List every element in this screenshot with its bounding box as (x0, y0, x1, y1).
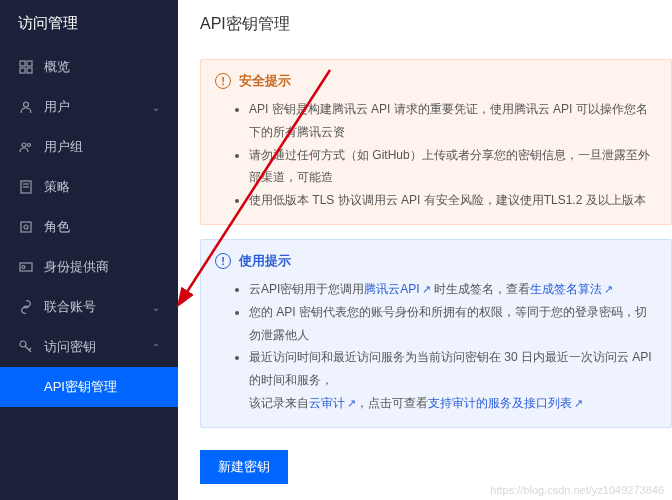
sidebar-item-label: 概览 (44, 58, 160, 76)
main-content: API密钥管理 ! 安全提示 API 密钥是构建腾讯云 API 请求的重要凭证，… (178, 0, 672, 500)
sidebar-item-idp[interactable]: 身份提供商 (0, 247, 178, 287)
svg-rect-0 (20, 61, 25, 66)
sidebar-item-label: 用户组 (44, 138, 160, 156)
alert-bullet: 请勿通过任何方式（如 GitHub）上传或者分享您的密钥信息，一旦泄露至外部渠道… (249, 144, 657, 190)
role-icon (18, 219, 34, 235)
sidebar-item-label: 联合账号 (44, 298, 152, 316)
info-icon: ! (215, 253, 231, 269)
external-link-icon: ↗ (347, 397, 356, 409)
svg-rect-10 (21, 222, 31, 232)
alert-bullet: 您的 API 密钥代表您的账号身份和所拥有的权限，等同于您的登录密码，切勿泄露他… (249, 301, 657, 347)
sidebar-item-overview[interactable]: 概览 (0, 47, 178, 87)
svg-line-16 (29, 348, 31, 350)
alert-title: ! 使用提示 (215, 252, 657, 270)
sidebar-item-policy[interactable]: 策略 (0, 167, 178, 207)
user-icon (18, 99, 34, 115)
svg-rect-1 (27, 61, 32, 66)
key-icon (18, 339, 34, 355)
sidebar-item-label: 角色 (44, 218, 160, 236)
chevron-down-icon: ⌄ (152, 302, 160, 313)
svg-point-5 (22, 143, 26, 147)
warning-icon: ! (215, 73, 231, 89)
svg-rect-3 (27, 68, 32, 73)
create-key-button[interactable]: 新建密钥 (200, 450, 288, 484)
alert-bullet: API 密钥是构建腾讯云 API 请求的重要凭证，使用腾讯云 API 可以操作您… (249, 98, 657, 144)
svg-point-4 (24, 102, 29, 107)
overview-icon (18, 59, 34, 75)
chevron-down-icon: ⌄ (152, 102, 160, 113)
alert-usage: ! 使用提示 云API密钥用于您调用腾讯云API↗ 时生成签名，查看生成签名算法… (200, 239, 672, 428)
sidebar-item-label: API密钥管理 (44, 379, 117, 394)
sidebar-item-role[interactable]: 角色 (0, 207, 178, 247)
link-signature-algo[interactable]: 生成签名算法 (530, 282, 602, 296)
alert-bullet: 使用低版本 TLS 协议调用云 API 有安全风险，建议使用TLS1.2 及以上… (249, 189, 657, 212)
alert-bullet: 最近访问时间和最近访问服务为当前访问密钥在 30 日内最近一次访问云 API 的… (249, 346, 657, 414)
svg-point-11 (24, 225, 28, 229)
sidebar-item-accesskey[interactable]: 访问密钥 ⌃ (0, 327, 178, 367)
sidebar-item-user[interactable]: 用户 ⌄ (0, 87, 178, 127)
sidebar: 访问管理 概览 用户 ⌄ 用户组 策略 角色 (0, 0, 178, 500)
sidebar-item-fedacct[interactable]: 联合账号 ⌄ (0, 287, 178, 327)
sidebar-item-api-key-mgmt[interactable]: API密钥管理 (0, 367, 178, 407)
idcard-icon (18, 259, 34, 275)
watermark: https://blog.csdn.net/yz1049273846 (490, 484, 664, 496)
svg-rect-2 (20, 68, 25, 73)
sidebar-title: 访问管理 (0, 0, 178, 47)
external-link-icon: ↗ (422, 283, 431, 295)
page-title: API密钥管理 (200, 14, 672, 35)
sidebar-item-label: 用户 (44, 98, 152, 116)
sidebar-item-label: 策略 (44, 178, 160, 196)
chevron-up-icon: ⌃ (152, 342, 160, 353)
users-icon (18, 139, 34, 155)
svg-point-6 (28, 144, 31, 147)
sidebar-item-label: 访问密钥 (44, 338, 152, 356)
link-icon (18, 299, 34, 315)
external-link-icon: ↗ (604, 283, 613, 295)
sidebar-item-usergroup[interactable]: 用户组 (0, 127, 178, 167)
policy-icon (18, 179, 34, 195)
link-tencent-api[interactable]: 腾讯云API (364, 282, 419, 296)
external-link-icon: ↗ (574, 397, 583, 409)
svg-point-13 (22, 266, 25, 269)
alert-title: ! 安全提示 (215, 72, 657, 90)
alert-bullet: 云API密钥用于您调用腾讯云API↗ 时生成签名，查看生成签名算法↗ (249, 278, 657, 301)
alert-security: ! 安全提示 API 密钥是构建腾讯云 API 请求的重要凭证，使用腾讯云 AP… (200, 59, 672, 225)
sidebar-item-label: 身份提供商 (44, 258, 160, 276)
link-cloud-audit[interactable]: 云审计 (309, 396, 345, 410)
link-audit-services[interactable]: 支持审计的服务及接口列表 (428, 396, 572, 410)
